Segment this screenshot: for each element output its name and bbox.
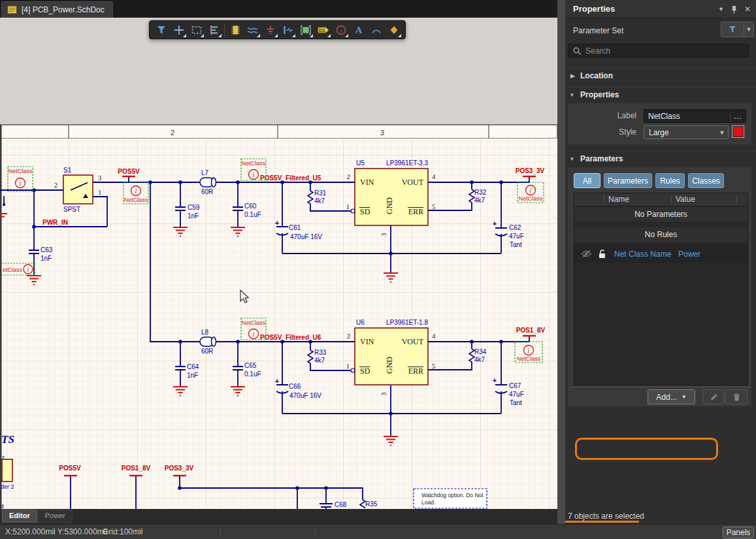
schematic-editor[interactable]: D1 i A (0, 18, 557, 509)
visibility-off-icon[interactable] (581, 250, 592, 258)
align-icon[interactable] (205, 21, 223, 39)
style-dropdown[interactable]: Large ▼ (644, 125, 729, 139)
u6-pinnum-1: 1 (346, 363, 350, 370)
selection-rect-icon[interactable] (188, 21, 205, 39)
grid-setting: Grid:100mil (103, 527, 142, 536)
parameters-footer: Add... ▼ (568, 387, 751, 405)
selection-status: 7 objects are selected (568, 512, 644, 521)
svg-text:i: i (253, 331, 255, 338)
section-location[interactable]: ▶ Location (565, 68, 756, 82)
component-u5[interactable]: U5 LP3961ET-3.3 VIN VOUT SD ERR GND 2 4 … (346, 159, 436, 237)
r34-designator: R34 (474, 348, 487, 355)
search-box[interactable] (568, 44, 749, 57)
u6-pinnum-5: 5 (432, 363, 435, 370)
tab-parameters[interactable]: Parameters (604, 173, 652, 188)
ellipsis-button[interactable]: … (730, 110, 746, 122)
add-button[interactable]: Add... ▼ (648, 389, 695, 404)
u5-pinnum-5: 5 (432, 203, 435, 210)
panel-splitter[interactable] (557, 0, 565, 524)
u5-pinnum-3: 3 (380, 233, 387, 236)
tab-classes[interactable]: Classes (688, 173, 724, 188)
svg-text:i: i (253, 171, 255, 178)
cursor-coordinates: X:5200.000mil Y:5300.000mil (5, 527, 107, 536)
label-field[interactable]: NetClass … (644, 109, 746, 123)
edit-button[interactable] (702, 389, 725, 404)
tab-all[interactable]: All (574, 173, 600, 188)
place-power-port-icon[interactable] (261, 21, 279, 39)
search-input[interactable] (585, 46, 744, 56)
u6-pinnum-4: 4 (432, 333, 436, 340)
close-icon[interactable]: ✕ (744, 5, 751, 14)
highlight-callout (575, 438, 718, 460)
pos3-3v-port-bottom: POS3_3V (165, 465, 194, 472)
svg-text:NetClass: NetClass (242, 160, 266, 167)
place-arc-icon[interactable] (367, 21, 385, 39)
r32-designator: R32 (474, 189, 487, 196)
place-text-icon[interactable]: A (350, 21, 367, 39)
c67-plus: + (493, 376, 497, 384)
c61-plus: + (275, 219, 279, 227)
delete-button[interactable] (725, 389, 748, 404)
svg-text:i: i (528, 347, 530, 354)
panel-filter-dropdown[interactable]: ▼ (744, 22, 754, 37)
section-properties[interactable]: ▾ Properties (565, 87, 756, 101)
place-pin-icon[interactable] (279, 21, 297, 39)
color-swatch[interactable] (732, 125, 744, 138)
svg-text:NetClass: NetClass (517, 355, 541, 362)
u6-comment: LP3961ET-1.8 (386, 319, 428, 326)
c61-value: 470uF 16V (290, 233, 322, 240)
filter-icon[interactable] (152, 21, 170, 39)
c60-designator: C60 (244, 203, 257, 210)
tab-editor[interactable]: Editor (2, 510, 37, 523)
u5-comment: LP3961ET-3.3 (386, 159, 428, 167)
place-sheet-symbol-icon[interactable] (297, 21, 314, 39)
section-parameters[interactable]: ▾ Parameters (565, 151, 756, 165)
watchdog-note[interactable]: Watchdog option. Do Not Load. (414, 489, 487, 508)
net-class-row[interactable]: Net Class Name Power (574, 245, 748, 263)
svg-text:4: 4 (1, 503, 4, 509)
style-caption: Style (571, 127, 636, 137)
panel-filter-button[interactable] (721, 22, 744, 37)
u6-pin-vout: VOUT (402, 337, 424, 346)
r32-value: 4k7 (474, 197, 485, 204)
place-part-icon[interactable] (226, 21, 244, 39)
u5-pin-gnd: GND (385, 197, 394, 214)
cross-cursor-icon[interactable] (170, 21, 188, 39)
c66-designator: C66 (289, 383, 301, 390)
c65-designator: C65 (244, 362, 257, 369)
u5-designator: U5 (356, 159, 365, 167)
lock-open-icon[interactable] (598, 249, 606, 259)
component-u6[interactable]: U6 LP3961ET-1.8 VIN VOUT SD ERR GND 2 4 … (346, 319, 436, 396)
place-junction-icon[interactable] (385, 21, 403, 39)
schematic-canvas[interactable]: 2 3 (0, 18, 557, 509)
tab-rules[interactable]: Rules (655, 173, 685, 188)
trash-icon (732, 393, 741, 402)
document-tab-active[interactable]: [4] PCB_Power.SchDoc (1, 1, 113, 18)
panel-title: Properties (565, 4, 615, 14)
c60-value: 0.1uF (244, 211, 261, 218)
place-net-label-icon[interactable]: D1 (314, 21, 332, 39)
chevron-right-icon: ▶ (570, 73, 576, 79)
place-directive-icon[interactable]: i (332, 21, 350, 39)
sheet-background: 2 3 (0, 18, 557, 509)
chevron-down-icon: ▾ (570, 91, 576, 98)
place-wire-icon[interactable] (244, 21, 261, 39)
l8-value: 60R (201, 348, 213, 355)
s1-type: SPST (63, 206, 80, 213)
panel-menu-icon[interactable]: ▼ (718, 6, 724, 12)
r31-designator: R31 (314, 189, 327, 197)
u6-pin-sd: SD (360, 367, 370, 376)
border-column-2: 2 (171, 129, 174, 137)
column-value[interactable]: Value (676, 195, 695, 204)
pin-icon[interactable] (731, 5, 738, 14)
c63-value: 1nF (41, 255, 52, 262)
document-tabbar: [4] PCB_Power.SchDoc (0, 0, 557, 18)
r31-value: 4k7 (314, 197, 325, 204)
tab-power[interactable]: Power (38, 510, 73, 523)
u6-pin-err: ERR (408, 367, 423, 376)
column-name[interactable]: Name (608, 195, 629, 204)
u6-pin-vin: VIN (360, 337, 374, 346)
c67-value: 47uF (509, 391, 524, 398)
panels-button[interactable]: Panels (723, 527, 754, 538)
c62-value: 47uF (509, 233, 524, 240)
